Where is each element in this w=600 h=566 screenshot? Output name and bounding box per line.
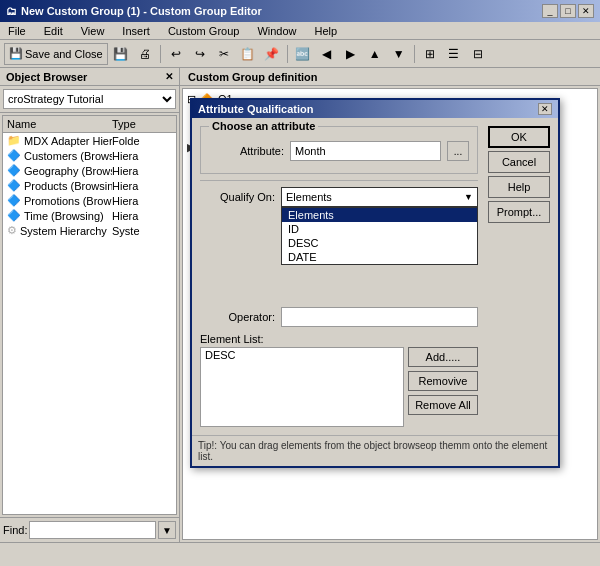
- element-list-container: Element List: DESC Add..... Removive Rem…: [200, 333, 478, 427]
- dialog-right-buttons: OK Cancel Help Prompt...: [488, 126, 550, 427]
- grid-button[interactable]: ⊞: [419, 43, 441, 65]
- up-button[interactable]: ▲: [364, 43, 386, 65]
- dialog-overlay: Attribute Qualification ✕ Choose an attr…: [180, 68, 600, 542]
- find-filter-button[interactable]: ▼: [158, 521, 176, 539]
- hierarchy-icon-1: 🔷: [7, 149, 21, 162]
- format-button[interactable]: 🔤: [292, 43, 314, 65]
- option-desc[interactable]: DESC: [282, 236, 477, 250]
- align-right-button[interactable]: ▶: [340, 43, 362, 65]
- tree-header: Name Type: [3, 116, 176, 133]
- browser-search-bar: croStrategy Tutorial: [0, 86, 179, 113]
- list-action-buttons: Add..... Removive Remove All: [408, 347, 478, 427]
- prompt-button[interactable]: Prompt...: [488, 201, 550, 223]
- minimize-button[interactable]: _: [542, 4, 558, 18]
- cut-button[interactable]: ✂: [213, 43, 235, 65]
- title-bar: 🗂 New Custom Group (1) - Custom Group Ed…: [0, 0, 600, 22]
- operator-label: Operator:: [200, 311, 275, 323]
- save-button[interactable]: 💾: [110, 43, 132, 65]
- separator-1: [160, 45, 161, 63]
- attribute-row: Attribute: ...: [209, 141, 469, 161]
- element-list-label: Element List:: [200, 333, 478, 345]
- list-button[interactable]: ☰: [443, 43, 465, 65]
- dialog-body: Choose an attribute Attribute: ... Quali…: [192, 118, 558, 435]
- element-list-item: DESC: [201, 348, 403, 362]
- window-title: New Custom Group (1) - Custom Group Edit…: [21, 5, 262, 17]
- separator-3: [414, 45, 415, 63]
- menu-view[interactable]: View: [77, 25, 109, 37]
- option-elements[interactable]: Elements: [282, 208, 477, 222]
- app-icon: 🗂: [6, 5, 17, 17]
- qualify-on-list: Elements ID DESC DATE: [281, 207, 478, 265]
- qualify-on-dropdown[interactable]: Elements ▼ Elements ID DESC DATE: [281, 187, 478, 207]
- tree-item-products[interactable]: 🔷Products (Browsing) Hiera: [3, 178, 176, 193]
- browser-dropdown[interactable]: croStrategy Tutorial: [3, 89, 176, 109]
- element-list[interactable]: DESC: [200, 347, 404, 427]
- option-date[interactable]: DATE: [282, 250, 477, 264]
- col-type: Type: [112, 117, 172, 131]
- object-browser-close[interactable]: ✕: [165, 71, 173, 82]
- tree-item-mdx[interactable]: 📁MDX Adapter Hierarchies Folde: [3, 133, 176, 148]
- tree-item-geography[interactable]: 🔷Geography (Browsing) Hiera: [3, 163, 176, 178]
- object-browser-title: Object Browser: [6, 71, 87, 83]
- dialog-tip: Tip!: You can drag elements from the obj…: [192, 435, 558, 466]
- save-and-close-button[interactable]: 💾 Save and Close: [4, 43, 108, 65]
- choose-attribute-section: Choose an attribute Attribute: ...: [200, 126, 478, 174]
- right-panel: Custom Group definition ⊟ 🔶 Q1 Please us…: [180, 68, 600, 542]
- menu-custom-group[interactable]: Custom Group: [164, 25, 244, 37]
- menu-help[interactable]: Help: [311, 25, 342, 37]
- option-id[interactable]: ID: [282, 222, 477, 236]
- add-button[interactable]: Add.....: [408, 347, 478, 367]
- down-button[interactable]: ▼: [388, 43, 410, 65]
- align-left-button[interactable]: ◀: [316, 43, 338, 65]
- help-button[interactable]: Help: [488, 176, 550, 198]
- print-button[interactable]: 🖨: [134, 43, 156, 65]
- browser-bottom: Find: ▼: [0, 517, 179, 542]
- dialog-title-text: Attribute Qualification: [198, 103, 314, 115]
- menu-edit[interactable]: Edit: [40, 25, 67, 37]
- dropdown-arrow-icon: ▼: [464, 192, 473, 202]
- toolbar: 💾 Save and Close 💾 🖨 ↩ ↪ ✂ 📋 📌 🔤 ◀ ▶ ▲ ▼…: [0, 40, 600, 68]
- menu-window[interactable]: Window: [253, 25, 300, 37]
- paste-button[interactable]: 📌: [261, 43, 283, 65]
- tree-item-time[interactable]: 🔷Time (Browsing) Hiera: [3, 208, 176, 223]
- hierarchy-icon-3: 🔷: [7, 179, 21, 192]
- hierarchy-icon-5: 🔷: [7, 209, 21, 222]
- status-bar: [0, 542, 600, 566]
- window-controls: _ □ ✕: [542, 4, 594, 18]
- menu-insert[interactable]: Insert: [118, 25, 154, 37]
- hierarchy-icon-4: 🔷: [7, 194, 21, 207]
- attribute-input[interactable]: [290, 141, 441, 161]
- menu-file[interactable]: File: [4, 25, 30, 37]
- undo-button[interactable]: ↩: [165, 43, 187, 65]
- dialog-left: Choose an attribute Attribute: ... Quali…: [200, 126, 478, 427]
- object-browser: Object Browser ✕ croStrategy Tutorial Na…: [0, 68, 180, 542]
- object-browser-header: Object Browser ✕: [0, 68, 179, 86]
- dialog-main-row: Choose an attribute Attribute: ... Quali…: [200, 126, 550, 427]
- maximize-button[interactable]: □: [560, 4, 576, 18]
- remove-all-button[interactable]: Remove All: [408, 395, 478, 415]
- remove-button[interactable]: Removive: [408, 371, 478, 391]
- ok-button[interactable]: OK: [488, 126, 550, 148]
- table-button[interactable]: ⊟: [467, 43, 489, 65]
- operator-input[interactable]: [281, 307, 478, 327]
- close-button[interactable]: ✕: [578, 4, 594, 18]
- separator-2: [287, 45, 288, 63]
- copy-button[interactable]: 📋: [237, 43, 259, 65]
- system-icon: ⚙: [7, 224, 17, 237]
- attribute-qualification-dialog: Attribute Qualification ✕ Choose an attr…: [190, 98, 560, 468]
- qualify-on-row: Qualify On: Elements ▼ Elements ID: [200, 187, 478, 207]
- tree-item-system[interactable]: ⚙System Hierarchy Syste: [3, 223, 176, 238]
- folder-icon: 📁: [7, 134, 21, 147]
- qualify-on-label: Qualify On:: [200, 191, 275, 203]
- attribute-label: Attribute:: [209, 145, 284, 157]
- attribute-browse-button[interactable]: ...: [447, 141, 469, 161]
- cancel-button[interactable]: Cancel: [488, 151, 550, 173]
- find-input[interactable]: [29, 521, 156, 539]
- save-icon: 💾: [9, 47, 23, 60]
- tree-item-promotions[interactable]: 🔷Promotions (Browsing) Hiera: [3, 193, 176, 208]
- qualify-on-value[interactable]: Elements ▼: [281, 187, 478, 207]
- dialog-close-button[interactable]: ✕: [538, 103, 552, 115]
- operator-row: Operator:: [200, 307, 478, 327]
- tree-item-customers[interactable]: 🔷Customers (Browsing) Hiera: [3, 148, 176, 163]
- redo-button[interactable]: ↪: [189, 43, 211, 65]
